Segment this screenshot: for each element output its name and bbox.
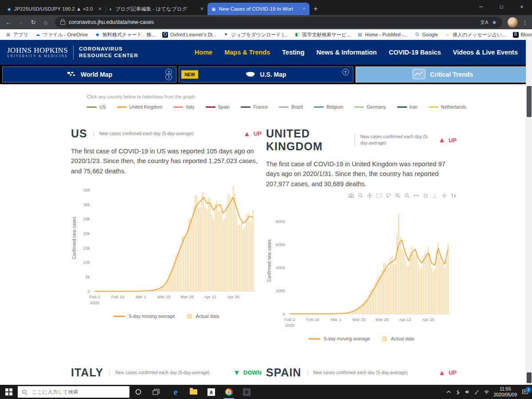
critical-trends-button[interactable]: Critical Trends (356, 66, 530, 82)
browser-tab[interactable]: ◆JP225USD/USDJPY 190.2 ▲ +2.0× (4, 3, 106, 15)
bookmark-item[interactable]: ◆無料株式チャート、株... (94, 31, 156, 38)
bookmark-label: 偉人のメッセージ占い... (453, 31, 506, 38)
trend-label: UP (449, 369, 457, 376)
world-map-button[interactable]: World Map ? ! (2, 66, 176, 82)
bookmark-item[interactable]: ☺偉人のメッセージ占い... (445, 31, 506, 38)
country-toggle-us[interactable]: US (87, 104, 106, 110)
nav-item-videos-live-events[interactable]: Videos & Live Events (453, 49, 518, 56)
dark-app-taskbar-button[interactable] (238, 385, 255, 399)
autoscale-icon[interactable] (413, 192, 419, 199)
moving-average-label[interactable]: 5-day moving average (129, 313, 175, 319)
box-select-icon[interactable] (376, 192, 382, 199)
tab-close-icon[interactable]: × (200, 6, 203, 12)
wifi-icon[interactable] (484, 390, 489, 395)
nav-item-news-information[interactable]: News & Information (317, 49, 377, 56)
zoom-icon[interactable] (357, 192, 364, 199)
us-map-button[interactable]: NEW U.S. Map ? (179, 66, 353, 82)
new-tab-button[interactable]: + (309, 3, 322, 15)
nav-item-home[interactable]: Home (195, 49, 212, 56)
moving-average-label[interactable]: 5-day moving average (324, 336, 370, 341)
taskbar-search[interactable] (18, 386, 129, 398)
jhu-logo[interactable]: JOHNS HOPKINS UNIVERSITY & MEDICINE (7, 47, 68, 59)
trend-label: DOWN (243, 369, 262, 376)
profile-avatar[interactable] (508, 17, 518, 27)
windows-logo-icon (5, 388, 12, 395)
bookmark-item[interactable]: ☁ファイル - OneDrive (35, 31, 88, 38)
action-center-button[interactable]: 2 (522, 389, 528, 395)
home-button[interactable]: ⌂ (40, 19, 51, 26)
forward-button[interactable]: → (15, 19, 27, 26)
chrome-taskbar-button[interactable] (220, 385, 238, 399)
browser-tab[interactable]: ◐ブログ記事編集 - はてなブログ× (106, 3, 207, 15)
bookmark-item[interactable]: ▤Home - PubMed -... (357, 31, 407, 38)
bluetooth-icon[interactable] (455, 389, 461, 395)
minimize-button[interactable]: ─ (471, 0, 491, 13)
bookmark-item[interactable]: GGoogle (414, 31, 438, 38)
translate-icon[interactable]: 文A (480, 19, 488, 26)
cortana-button[interactable] (129, 385, 147, 399)
reload-button[interactable]: ↻ (27, 19, 39, 26)
scrollbar-thumb[interactable] (527, 86, 532, 117)
browser-tab[interactable]: ▣New Cases of COVID-19 In Worl× (207, 3, 309, 15)
svg-text:2000: 2000 (276, 289, 285, 293)
zoom-out-icon[interactable] (404, 192, 410, 199)
bookmark-star-icon[interactable]: ★ (492, 19, 497, 26)
section-header: SPAIN New cases confirmed each day (5-da… (266, 366, 457, 379)
hover-closest-icon[interactable] (441, 192, 447, 199)
scrollbar-down-region[interactable] (527, 372, 532, 383)
country-toggle-italy[interactable]: Italy (173, 104, 194, 110)
country-toggle-belgium[interactable]: Belgium (314, 104, 343, 110)
trend-arrow-icon: ▼ (233, 369, 240, 377)
pen-icon[interactable] (474, 389, 480, 395)
country-toggle-united-kingdom[interactable]: United Kingdom (117, 104, 163, 110)
address-bar[interactable]: coronavirus.jhu.edu/data/new-cases 文A ★ (55, 17, 502, 28)
bookmark-item[interactable]: ▦アプリ (5, 31, 28, 38)
amazon-taskbar-button[interactable]: a (202, 385, 220, 399)
pan-icon[interactable] (367, 192, 373, 199)
country-swatch (397, 106, 407, 108)
site-brand[interactable]: CORONAVIRUS RESOURCE CENTER (79, 46, 138, 59)
lasso-icon[interactable] (385, 192, 391, 199)
hover-compare-icon[interactable] (450, 192, 457, 199)
edge-taskbar-button[interactable]: e (167, 385, 184, 399)
country-toggle-brazil[interactable]: Brazil (279, 104, 303, 110)
country-toggle-netherlands[interactable]: Netherlands (429, 104, 466, 110)
file-explorer-taskbar-button[interactable] (184, 385, 202, 399)
zoom-in-icon[interactable] (395, 192, 401, 199)
nav-item-testing[interactable]: Testing (282, 49, 304, 56)
actual-data-label[interactable]: Actual data (196, 313, 219, 319)
tab-close-icon[interactable]: × (98, 6, 102, 12)
page-scrollbar[interactable] (526, 40, 532, 385)
map-nav: World Map ? ! NEW U.S. Map ? Critical Tr… (0, 65, 532, 84)
browser-menu-icon[interactable]: ⋮ (520, 19, 529, 26)
close-button[interactable]: × (512, 0, 532, 13)
us-chart[interactable]: Confirmed new cases05k10k15k20k25k30k35k… (71, 179, 262, 313)
maximize-button[interactable]: □ (491, 0, 512, 13)
jhu-site-icon: ▣ (211, 7, 215, 12)
country-toggle-spain[interactable]: Spain (206, 104, 230, 110)
reset-axes-icon[interactable] (422, 192, 429, 199)
nav-item-maps-trends[interactable]: Maps & Trends (224, 49, 270, 56)
uk-chart[interactable]: Confirmed new cases02000400060008000Feb … (266, 201, 457, 335)
tab-close-icon[interactable]: × (302, 6, 305, 12)
bookmark-item[interactable]: BBloomberg.co.jp (513, 31, 532, 38)
info-icon[interactable]: ! (165, 74, 172, 80)
taskbar-clock[interactable]: 11:55 2020/05/09 (493, 386, 517, 398)
country-toggle-germany[interactable]: Germany (354, 104, 386, 110)
start-button[interactable] (0, 385, 18, 399)
nav-item-covid-19-basics[interactable]: COVID-19 Basics (389, 49, 441, 56)
bookmark-item[interactable]: ▼ジョブをダウンロード |... (223, 31, 287, 38)
bookmark-item[interactable]: ◧医学文献検索サービ... (294, 31, 351, 38)
task-view-button[interactable] (147, 385, 165, 399)
toggle-spikelines-icon[interactable] (432, 192, 438, 199)
country-toggle-iran[interactable]: Iran (397, 104, 418, 110)
volume-icon[interactable] (465, 389, 470, 395)
bookmark-item[interactable]: OOxford Learner's Di... (162, 31, 216, 38)
chevron-up-icon[interactable] (446, 390, 451, 394)
country-toggle-france[interactable]: France (241, 104, 268, 110)
actual-data-label[interactable]: Actual data (391, 336, 415, 341)
camera-icon[interactable] (348, 192, 354, 199)
search-input[interactable] (31, 389, 113, 395)
back-button[interactable]: ← (3, 19, 14, 26)
help-icon[interactable]: ? (342, 69, 349, 75)
